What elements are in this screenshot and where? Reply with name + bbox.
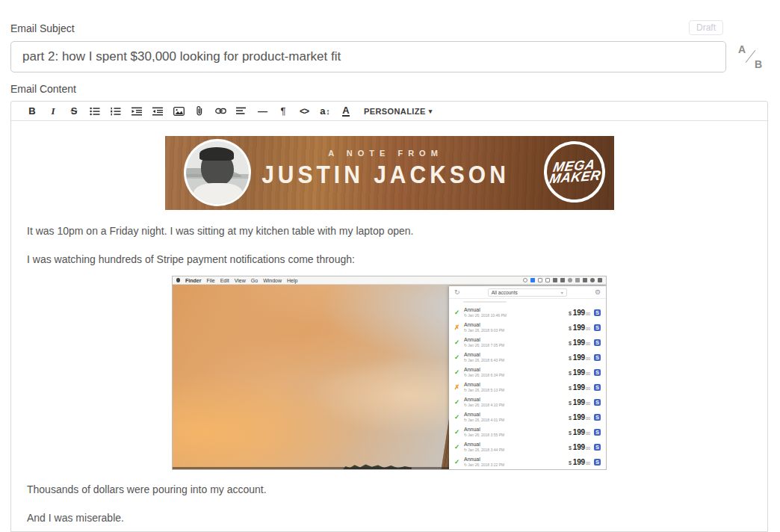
panel-header: ↻ All accounts ▾ ⚙ <box>449 286 606 299</box>
payment-status-icon: ✓ <box>454 309 462 316</box>
body-paragraph-4: And I was miserable. <box>27 513 767 524</box>
payment-row: ✓ Annual ↻Jan 26, 2018 3:44 PM $19900 S <box>449 439 606 454</box>
attachment-icon[interactable] <box>189 102 210 120</box>
payment-amount: $19900 <box>569 353 590 362</box>
author-avatar <box>184 139 251 206</box>
indent-icon[interactable] <box>147 102 168 120</box>
payment-meta: Annual ↻Jan 26, 2018 6:43 PM <box>464 352 504 362</box>
stripe-icon: S <box>594 369 601 376</box>
recurring-icon: ↻ <box>464 448 467 452</box>
menubar-status-icons <box>523 278 602 282</box>
payment-meta: Annual ↻Jan 26, 2018 4:01 PM <box>464 412 504 422</box>
payment-status-icon: ✗ <box>454 383 462 391</box>
menu-window: Window <box>263 278 282 283</box>
megamaker-logo: MEGA MAKER <box>542 139 607 205</box>
payment-row: ✓ Annual ↻Jan 26, 2018 10:46 PM $19900 S <box>449 305 606 320</box>
payment-meta: Annual ↻Jan 26, 2018 10:46 PM <box>464 307 507 318</box>
menu-view: View <box>235 278 246 283</box>
payment-title: Annual <box>464 352 504 358</box>
paragraph-icon[interactable]: ¶ <box>273 102 294 120</box>
apple-icon <box>176 278 180 282</box>
formatting-toolbar: B I S — ¶ <> a ↕ <box>11 102 767 121</box>
menu-go: Go <box>251 278 258 283</box>
payment-row: ✓ Annual ↻Jan 26, 2018 6:34 PM $19900 S <box>449 365 606 380</box>
mac-menu-bar: Finder File Edit View Go Window Help <box>173 276 606 285</box>
email-subject-input[interactable] <box>10 41 726 72</box>
personalize-dropdown[interactable]: PERSONALIZE ▾ <box>364 107 433 116</box>
payment-date: ↻Jan 26, 2018 6:43 PM <box>464 358 504 362</box>
menu-finder: Finder <box>185 278 201 283</box>
ordered-list-icon[interactable] <box>105 102 126 120</box>
payment-row: ✓ Annual ↻Jan 26, 2018 4:01 PM $19900 S <box>449 409 606 424</box>
horizontal-rule-icon[interactable]: — <box>252 102 273 120</box>
stripe-icon: S <box>594 309 601 316</box>
payment-row: ✓ Annual ↻Jan 26, 2018 7:05 PM $19900 S <box>449 335 606 350</box>
refresh-icon: ↻ <box>454 289 460 296</box>
recurring-icon: ↻ <box>464 418 467 422</box>
font-color-icon[interactable]: A <box>335 102 356 120</box>
font-color-letter: A <box>342 106 349 117</box>
payment-amount: $19900 <box>569 458 590 466</box>
payment-date: ↻Jan 26, 2018 10:46 PM <box>464 313 507 318</box>
menubar-status-icon <box>590 278 595 282</box>
payment-amount: $19900 <box>569 338 590 347</box>
ab-test-button[interactable]: A B <box>737 43 764 70</box>
payment-amount: $19900 <box>569 443 590 451</box>
recurring-icon: ↻ <box>464 358 467 362</box>
stripe-icon: S <box>594 459 601 466</box>
payment-title: Annual <box>464 367 504 373</box>
recurring-icon: ↻ <box>464 388 467 392</box>
payment-status-icon: ✗ <box>454 324 462 331</box>
avatar-hair <box>199 147 234 161</box>
recurring-icon: ↻ <box>464 403 467 407</box>
menubar-status-icon <box>568 278 572 282</box>
stripe-icon: S <box>594 414 601 421</box>
personalize-label: PERSONALIZE <box>364 107 426 116</box>
menu-help: Help <box>287 278 297 283</box>
stripe-icon: S <box>594 399 601 406</box>
payment-amount: $19900 <box>569 428 590 436</box>
payment-title: Annual <box>464 337 504 343</box>
payment-amount: $19900 <box>569 383 590 392</box>
menubar-status-icon <box>545 278 550 282</box>
gear-icon: ⚙ <box>595 289 601 296</box>
avatar-shoulders <box>194 183 243 206</box>
menubar-status-icon <box>553 278 557 282</box>
stripe-notification-panel: ↻ All accounts ▾ ⚙ ✓ Annual ↻Jan 26, 201… <box>449 286 606 469</box>
ground-strip <box>173 467 449 469</box>
recurring-icon: ↻ <box>464 343 467 347</box>
recurring-icon: ↻ <box>464 313 467 318</box>
body-paragraph-3: Thousands of dollars were pouring into m… <box>27 484 767 495</box>
code-icon[interactable]: <> <box>294 102 315 120</box>
stripe-icon: S <box>594 444 601 451</box>
strikethrough-icon[interactable]: S <box>64 102 84 120</box>
logo-line-2: MAKER <box>548 170 601 185</box>
payment-date: ↻Jan 26, 2018 3:55 PM <box>464 433 504 437</box>
payment-status-icon: ✓ <box>454 413 462 421</box>
payment-amount: $19900 <box>569 324 590 332</box>
recurring-icon: ↻ <box>464 463 467 467</box>
recurring-icon: ↻ <box>464 328 467 332</box>
image-icon[interactable] <box>168 102 189 120</box>
chevron-down-icon: ▾ <box>429 108 433 115</box>
payment-amount: $19900 <box>569 309 590 317</box>
font-size-letter: a <box>320 105 325 117</box>
body-paragraph-1: It was 10pm on a Friday night. I was sit… <box>27 226 767 237</box>
font-size-icon[interactable]: a ↕ <box>315 102 335 120</box>
payment-row: ✗ Annual ↻Jan 26, 2018 5:13 PM $19900 S <box>449 380 606 395</box>
payment-row: ✗ Annual ↻Jan 26, 2018 9:03 PM $19900 S <box>449 320 606 335</box>
italic-icon[interactable]: I <box>43 102 64 120</box>
outdent-icon[interactable] <box>126 102 147 120</box>
payment-meta: Annual ↻Jan 26, 2018 6:34 PM <box>464 367 504 377</box>
payment-status-icon: ✓ <box>454 338 462 346</box>
email-body-canvas[interactable]: A NOTE FROM JUSTIN JACKSON MEGA MAKER It… <box>11 121 767 531</box>
bold-icon[interactable]: B <box>22 102 43 120</box>
unordered-list-icon[interactable] <box>84 102 105 120</box>
payment-date: ↻Jan 26, 2018 7:05 PM <box>464 343 504 347</box>
link-icon[interactable] <box>210 102 231 120</box>
email-subject-label: Email Subject <box>10 22 75 34</box>
payment-date: ↻Jan 26, 2018 4:01 PM <box>464 418 504 422</box>
menubar-status-icon <box>583 278 587 282</box>
menubar-status-icon <box>530 278 535 282</box>
align-icon[interactable] <box>231 102 252 120</box>
